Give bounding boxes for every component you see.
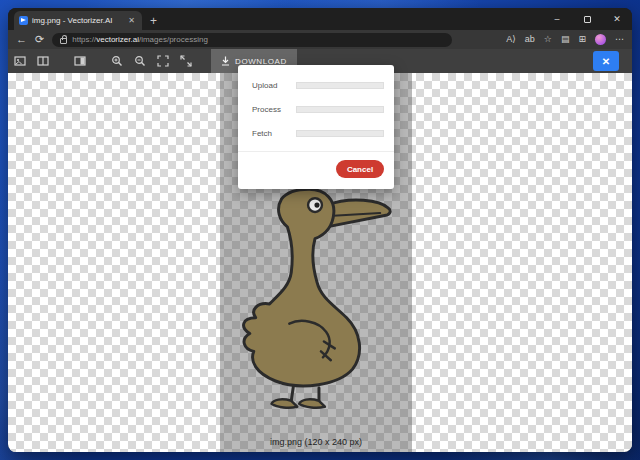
view-original-button[interactable] <box>8 49 31 73</box>
process-progress-bar <box>296 106 384 113</box>
image-caption: img.png (120 x 240 px) <box>220 437 412 447</box>
maximize-icon <box>584 16 591 23</box>
upload-progress-bar <box>296 82 384 89</box>
view-split-button[interactable] <box>31 49 54 73</box>
collections-icon[interactable]: ▤ <box>561 35 570 44</box>
zoom-fit-button[interactable] <box>151 49 174 73</box>
url-text: https://vectorizer.ai/images/processing <box>72 35 208 44</box>
download-icon <box>221 56 230 66</box>
new-tab-button[interactable]: + <box>150 15 157 27</box>
browser-tab[interactable]: img.png - Vectorizer.AI ✕ <box>14 11 142 30</box>
browser-window: img.png - Vectorizer.AI ✕ + – ✕ ← ⟳ http… <box>8 8 632 452</box>
zoom-out-icon <box>134 55 146 67</box>
tab-title: img.png - Vectorizer.AI <box>32 16 122 25</box>
dialog-footer: Cancel <box>238 151 394 178</box>
tab-favicon-icon <box>19 16 28 25</box>
upload-label: Upload <box>252 81 296 90</box>
fit-screen-icon <box>157 55 169 67</box>
progress-dialog: Upload Process Fetch Cancel <box>238 65 394 189</box>
profile-avatar[interactable] <box>595 34 606 45</box>
window-controls: – ✕ <box>542 8 632 30</box>
fetch-progress-bar <box>296 130 384 137</box>
expand-icon <box>180 55 192 67</box>
zoom-actual-button[interactable] <box>174 49 197 73</box>
fetch-label: Fetch <box>252 129 296 138</box>
lock-icon <box>60 38 67 44</box>
compare-icon <box>74 55 86 67</box>
split-view-icon <box>37 55 49 67</box>
favorites-star-icon[interactable]: ☆ <box>544 35 552 44</box>
back-button[interactable]: ← <box>16 34 27 45</box>
progress-row-upload: Upload <box>252 77 384 93</box>
refresh-button[interactable]: ⟳ <box>35 34 44 45</box>
navbar-right-icons: A⟩ ab ☆ ▤ ⊞ ⋯ <box>506 34 624 45</box>
zoom-in-button[interactable] <box>105 49 128 73</box>
progress-row-fetch: Fetch <box>252 125 384 141</box>
maximize-button[interactable] <box>572 8 602 30</box>
translate-icon[interactable]: ab <box>525 35 535 44</box>
progress-row-process: Process <box>252 101 384 117</box>
browser-navbar: ← ⟳ https://vectorizer.ai/images/process… <box>8 30 632 49</box>
cancel-button[interactable]: Cancel <box>336 160 384 178</box>
read-aloud-icon[interactable]: A⟩ <box>506 35 516 44</box>
extensions-puzzle-icon[interactable]: ⊞ <box>578 35 586 44</box>
address-bar[interactable]: https://vectorizer.ai/images/processing <box>52 33 452 47</box>
duck-image <box>232 181 400 413</box>
image-icon <box>14 55 26 67</box>
zoom-out-button[interactable] <box>128 49 151 73</box>
process-label: Process <box>252 105 296 114</box>
close-window-button[interactable]: ✕ <box>602 8 632 30</box>
zoom-in-icon <box>111 55 123 67</box>
minimize-button[interactable]: – <box>542 8 572 30</box>
tab-strip: img.png - Vectorizer.AI ✕ + – ✕ <box>8 8 632 30</box>
more-menu-icon[interactable]: ⋯ <box>615 35 624 44</box>
view-result-button[interactable] <box>68 49 91 73</box>
close-page-button[interactable]: ✕ <box>593 51 619 71</box>
page-content: img.png (120 x 240 px) Upload Process Fe… <box>8 73 632 452</box>
tab-close-icon[interactable]: ✕ <box>126 16 137 26</box>
